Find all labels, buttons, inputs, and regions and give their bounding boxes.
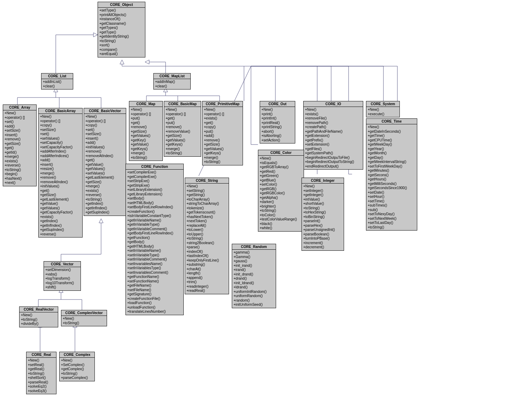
class-core-function: CORE_Function+setCompilerExe()+getCompil… [125, 164, 184, 315]
method-item: +getPrefix() [305, 138, 361, 143]
method-item: +getRed() [260, 170, 302, 174]
method-item: +operator() [] [204, 112, 241, 117]
method-item: +vabs() [45, 272, 79, 277]
method-item: +initUniformSeed() [234, 303, 274, 307]
method-item: +New() [28, 358, 55, 363]
svg-marker-5 [99, 219, 103, 223]
method-item: +getIndex() [85, 202, 124, 206]
method-item: +toString() [28, 372, 55, 376]
method-item: +addAfterIndex() [40, 149, 81, 154]
method-item: +add() [40, 158, 81, 163]
method-item: +resize() [40, 167, 81, 171]
method-item: +New() [368, 125, 416, 130]
method-item: +operator() [] [40, 119, 81, 124]
method-item: +remove() [204, 138, 241, 143]
method-item: +divideBy() [21, 322, 56, 326]
method-item: +areEqual() [99, 52, 144, 56]
method-item: +New() [166, 108, 199, 112]
method-item: +unloadFunction() [127, 305, 182, 310]
method-item: +toString() [5, 168, 35, 172]
method-item: +setLibraryExtension() [127, 188, 182, 192]
method-item: +getFileName() [127, 283, 182, 288]
method-item: +get() [131, 121, 161, 125]
method-item: +exists() [85, 189, 124, 193]
method-item: +remove() [5, 137, 35, 142]
method-item: +setCompilerExe() [127, 170, 182, 175]
method-item: +setInVariableComment() [127, 257, 182, 262]
method-item: +translateLinesNumber() [127, 310, 182, 314]
method-item: +getKeys() [131, 147, 161, 151]
method-item: +setToNexyDay() [368, 212, 416, 217]
method-item: +insert() [40, 163, 81, 167]
method-item: +setExtension() [305, 142, 361, 147]
method-item: +getValue() [40, 202, 81, 206]
method-item: +createFunctionFile() [127, 297, 182, 301]
method-item: +parseUnsignedInt() [303, 228, 342, 232]
class-core-io: CORE_IO+New()+exists()+removeFile()+remo… [303, 101, 363, 170]
method-item: +addInMap() [155, 80, 189, 84]
method-item: +setInVariableType() [127, 253, 182, 258]
method-item: +parseBoolean() [303, 232, 342, 237]
method-item: +initValues() [85, 145, 124, 150]
method-item: +getValue() [85, 163, 124, 167]
class-core-integer: CORE_Integer+New()+setInteger()+getInteg… [302, 178, 344, 251]
method-item: +execute() [368, 112, 398, 117]
class-core-time: CORE_Time+New()+getDateInSeconds()+getTi… [366, 118, 417, 231]
method-item: +merge() [204, 156, 241, 160]
method-item: +exists() [40, 215, 81, 219]
class-core-basicarray: CORE_BasicArray+New()+operator() []+copy… [38, 108, 83, 238]
method-item: +removeValue() [166, 130, 199, 134]
method-item: +setToFirstWeekDay() [368, 164, 416, 169]
svg-marker-0 [93, 33, 98, 37]
method-item: +increment() [303, 241, 342, 246]
method-item: +getId() [5, 150, 35, 155]
method-item: +exists() [305, 112, 361, 117]
method-item: +getKeys() [204, 151, 241, 156]
method-item: +white() [260, 226, 302, 231]
method-item: +getSize() [40, 193, 81, 197]
method-item: +getInfIndex() [40, 224, 81, 228]
method-item: +setTime() [368, 199, 416, 204]
method-item: +solveEq2() [28, 384, 55, 389]
method-item: +setInvariablesName() [127, 262, 182, 266]
method-item: +ldrand() [234, 285, 274, 290]
method-item: +getBody() [127, 240, 182, 244]
method-item: +New() [5, 111, 35, 116]
class-core-object: CORE_Object+setType()+printAllObjects()+… [98, 2, 145, 57]
method-item: +getSecons() [368, 173, 416, 178]
method-item: +intValue() [303, 197, 342, 202]
method-item: +clear() [155, 84, 189, 89]
svg-marker-4 [120, 60, 124, 64]
method-item: +getSize() [131, 130, 161, 134]
method-item: +uniformIntRandom() [234, 290, 274, 294]
method-item: +shift() [45, 285, 79, 290]
method-item: +black() [260, 222, 302, 226]
method-item: +setInVariablesType() [127, 266, 182, 271]
method-item: +toString() [186, 236, 227, 241]
method-item: +setHTMLBody() [127, 201, 182, 205]
class-title: CORE_Object [98, 2, 145, 8]
method-item: +createPath() [305, 125, 361, 130]
method-item: +keepOnlyFirstLine() [186, 258, 227, 263]
method-item: +operator() [] [5, 116, 35, 120]
class-core-realvector: CORE_RealVector+New()+toString()+divideB… [19, 306, 58, 327]
method-item: +gamma() [234, 250, 274, 255]
method-item: +New() [63, 317, 105, 321]
method-item: +getWeekIntervalString() [368, 160, 416, 164]
method-item: +toString() [260, 209, 302, 213]
method-item: +Gamma() [234, 255, 274, 259]
method-item: +printAllObjects() [99, 13, 144, 17]
class-core-basicmap: CORE_BasicMap+New()+operator() []+get()+… [164, 101, 201, 157]
method-item: +setCapacityFactor() [40, 145, 81, 150]
method-item: +solveEq3() [28, 389, 55, 394]
method-item: +isAborting() [261, 134, 294, 138]
method-item: +parse() [186, 245, 227, 250]
method-item: +exists() [204, 116, 241, 121]
method-item: +addInList() [43, 80, 71, 84]
method-item: +printString() [261, 125, 294, 130]
method-item: +getLastElement() [40, 197, 81, 202]
method-item: +put() [166, 121, 199, 125]
method-item: +uniformRandom() [234, 294, 274, 298]
method-item: +getMonth() [368, 151, 416, 156]
class-core-random: CORE_Random+gamma()+Gamma()+gauss()+init… [232, 244, 276, 308]
